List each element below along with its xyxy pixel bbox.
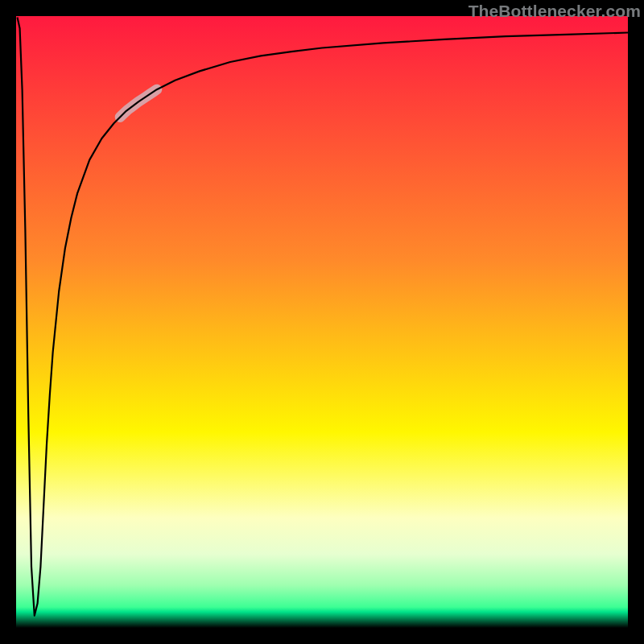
chart-plot [16,16,628,628]
chart-frame: TheBottlenecker.com [0,0,644,644]
chart-background [16,16,628,628]
watermark-text: TheBottlenecker.com [469,2,641,21]
